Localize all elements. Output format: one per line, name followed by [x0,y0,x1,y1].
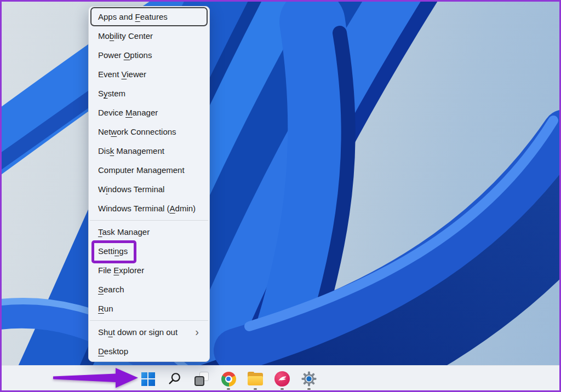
menu-item-apps-and-features[interactable]: Apps and Features [90,7,208,26]
running-indicator [280,388,284,390]
winx-menu: Apps and FeaturesMobility CenterPower Op… [88,6,210,362]
submenu-chevron-icon: › [195,325,199,338]
folder-icon [248,373,263,385]
menu-item-device-manager[interactable]: Device Manager [90,103,208,122]
menu-item-label: Disk Management [98,146,164,155]
menu-item-windows-terminal[interactable]: Windows Terminal [90,180,208,199]
windows-logo-icon [141,372,155,386]
chrome-button[interactable] [217,366,239,391]
menu-item-power-options[interactable]: Power Options [90,45,208,65]
menu-separator [89,318,209,322]
task-view-icon [194,372,209,386]
menu-item-label: Apps and Features [98,12,168,21]
menu-item-computer-management[interactable]: Computer Management [90,160,208,180]
menu-item-label: Desktop [98,347,128,356]
desktop-wallpaper [0,0,561,392]
task-view-button[interactable] [191,366,213,391]
file-explorer-button[interactable] [244,366,266,391]
menu-item-label: Run [98,304,113,313]
menu-item-mobility-center[interactable]: Mobility Center [90,26,208,45]
menu-item-label: Shut down or sign out [98,327,178,337]
menu-item-label: File Explorer [98,266,144,275]
menu-item-file-explorer[interactable]: File Explorer [90,261,208,280]
menu-item-shut-down-or-sign-out[interactable]: Shut down or sign out› [90,322,208,342]
search-button[interactable] [164,366,186,391]
menu-item-event-viewer[interactable]: Event Viewer [90,65,208,84]
menu-item-label: Power Options [98,50,152,60]
running-indicator [254,388,257,390]
running-indicator [307,388,311,390]
menu-item-label: Windows Terminal (Admin) [98,204,196,213]
menu-item-windows-terminal-admin[interactable]: Windows Terminal (Admin) [90,199,208,218]
menu-item-search[interactable]: Search [90,280,208,299]
feather-app-button[interactable] [271,366,293,391]
menu-item-settings[interactable]: Settings [90,241,208,261]
menu-item-label: System [98,89,125,98]
menu-item-label: Settings [98,246,128,256]
menu-item-label: Mobility Center [98,31,153,41]
menu-item-label: Search [98,285,124,294]
menu-item-label: Network Connections [98,127,176,136]
running-indicator [227,388,230,390]
menu-separator [89,218,209,222]
chrome-icon [221,372,236,387]
menu-item-label: Event Viewer [98,70,146,79]
menu-item-network-connections[interactable]: Network Connections [90,122,208,141]
menu-item-disk-management[interactable]: Disk Management [90,141,208,160]
menu-item-label: Computer Management [98,165,185,175]
gear-icon [301,371,317,387]
feather-icon [274,371,290,387]
menu-item-desktop[interactable]: Desktop [90,342,208,361]
taskbar-icons [137,366,320,392]
start-button[interactable] [137,366,159,391]
settings-button[interactable] [298,366,320,391]
menu-item-run[interactable]: Run [90,299,208,318]
menu-item-label: Task Manager [98,227,150,237]
menu-item-label: Device Manager [98,108,158,117]
menu-item-label: Windows Terminal [98,185,164,194]
menu-item-task-manager[interactable]: Task Manager [90,222,208,241]
search-icon [168,372,182,386]
menu-item-system[interactable]: System [90,84,208,103]
taskbar [0,365,561,392]
desktop[interactable]: Apps and FeaturesMobility CenterPower Op… [0,0,561,392]
